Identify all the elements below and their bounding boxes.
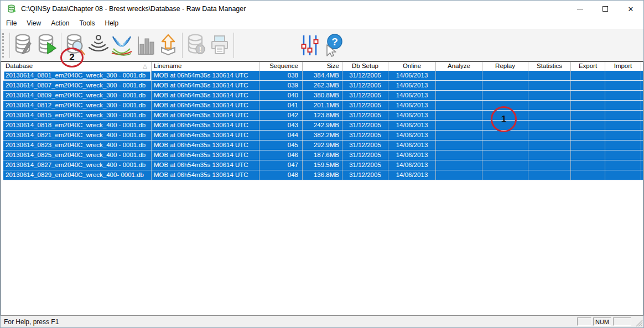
table-row[interactable]: 20130614_0801_em2040C_wreck_300 - 0001.d… (3, 71, 643, 81)
cell-import[interactable] (605, 121, 641, 130)
cell-online: 14/06/2013 (388, 150, 436, 160)
cell-statistics[interactable] (528, 101, 571, 110)
cell-analyze[interactable] (436, 140, 482, 150)
print-button[interactable] (208, 32, 231, 59)
cell-linename: MOB at 06h54m35s 130614 UTC (152, 170, 259, 180)
cell-analyze[interactable] (436, 71, 482, 80)
export-data-button[interactable] (157, 32, 180, 59)
table-row[interactable]: 20130614_0825_em2040C_wreck_400 - 0001.d… (3, 150, 643, 160)
close-button[interactable]: ✕ (618, 1, 643, 17)
database-replay-button[interactable] (35, 32, 59, 59)
column-header-linename[interactable]: Linename (152, 62, 259, 71)
table-row[interactable]: 20130614_0827_em2040C_wreck_400 - 0001.d… (3, 160, 643, 170)
cell-export[interactable] (571, 170, 605, 180)
column-header-import[interactable]: Import (605, 62, 641, 71)
menu-item[interactable]: View (22, 18, 46, 29)
cell-export[interactable] (571, 111, 605, 120)
column-header-replay[interactable]: Replay (482, 62, 528, 71)
menu-item[interactable]: Tools (75, 18, 100, 29)
table-row[interactable]: 20130614_0818_em2040C_wreck_400 - 0001.d… (3, 121, 643, 131)
column-header-export[interactable]: Export (571, 62, 605, 71)
table-row[interactable]: 20130614_0823_em2040C_wreck_400 - 0001.d… (3, 140, 643, 150)
column-header-size[interactable]: Size (303, 62, 342, 71)
cell-export[interactable] (571, 150, 605, 160)
column-header-sequence[interactable]: Sequence (259, 62, 303, 71)
cell-statistics[interactable] (528, 81, 571, 90)
table-row[interactable]: 20130614_0812_em2040C_wreck_300 - 0001.d… (3, 101, 643, 111)
table-row[interactable]: 20130614_0807_em2040C_wreck_300 - 0001.d… (3, 81, 643, 91)
column-header-statistics[interactable]: Statistics (528, 62, 571, 71)
cell-db_setup: 31/12/2005 (342, 131, 388, 140)
cell-replay[interactable] (482, 91, 528, 100)
cell-statistics[interactable] (528, 111, 571, 120)
maximize-button[interactable] (593, 1, 618, 17)
minimize-button[interactable] (567, 1, 593, 17)
cell-analyze[interactable] (436, 91, 482, 100)
table-row[interactable]: 20130614_0809_em2040C_wreck_300 - 0001.d… (3, 91, 643, 101)
cell-export[interactable] (571, 121, 605, 130)
cell-export[interactable] (571, 101, 605, 110)
cell-replay[interactable] (482, 71, 528, 80)
cell-database: 20130614_0829_em2040C_wreck_400- 0001.db (3, 170, 152, 180)
database-validate-button[interactable]: ! (185, 32, 208, 59)
column-header-db_setup[interactable]: Db Setup (342, 62, 388, 71)
cell-export[interactable] (571, 71, 605, 80)
cell-import[interactable] (605, 111, 641, 120)
column-header-analyze[interactable]: Analyze (436, 62, 482, 71)
menu-item[interactable]: Action (46, 18, 74, 29)
cell-statistics[interactable] (528, 131, 571, 140)
cell-export[interactable] (571, 140, 605, 150)
cell-analyze[interactable] (436, 170, 482, 180)
cell-import[interactable] (605, 101, 641, 110)
cell-import[interactable] (605, 81, 641, 90)
cell-import[interactable] (605, 91, 641, 100)
resize-grip-icon[interactable] (636, 320, 643, 327)
cell-statistics[interactable] (528, 71, 571, 80)
cell-import[interactable] (605, 71, 641, 80)
table-row[interactable]: 20130614_0821_em2040C_wreck_400 - 0001.d… (3, 131, 643, 140)
cell-analyze[interactable] (436, 111, 482, 120)
cell-online: 14/06/2013 (388, 121, 436, 130)
cell-import[interactable] (605, 160, 641, 170)
display-filters-button[interactable] (298, 32, 321, 59)
singlebeam-ping-button[interactable] (87, 32, 110, 59)
toolbar-gripper[interactable] (2, 33, 4, 58)
cell-export[interactable] (571, 160, 605, 170)
cell-export[interactable] (571, 91, 605, 100)
cell-analyze[interactable] (436, 121, 482, 130)
cell-linename: MOB at 06h54m35s 130614 UTC (152, 150, 259, 160)
cell-statistics[interactable] (528, 121, 571, 130)
cell-statistics[interactable] (528, 140, 571, 150)
cell-analyze[interactable] (436, 101, 482, 110)
cell-statistics[interactable] (528, 170, 571, 180)
context-help-button[interactable]: ? (321, 32, 345, 59)
cell-import[interactable] (605, 140, 641, 150)
column-header-online[interactable]: Online (388, 62, 436, 71)
cell-export[interactable] (571, 81, 605, 90)
cell-import[interactable] (605, 150, 641, 160)
multibeam-swath-icon (111, 33, 133, 58)
table-row[interactable]: 20130614_0815_em2040C_wreck_300 - 0001.d… (3, 111, 643, 121)
statistics-chart-button[interactable] (133, 32, 157, 59)
multibeam-swath-button[interactable] (110, 32, 133, 59)
cell-analyze[interactable] (436, 160, 482, 170)
cell-analyze[interactable] (436, 150, 482, 160)
menu-item[interactable]: Help (100, 18, 124, 29)
cell-analyze[interactable] (436, 131, 482, 140)
cell-replay[interactable] (482, 140, 528, 150)
cell-statistics[interactable] (528, 91, 571, 100)
cell-export[interactable] (571, 131, 605, 140)
cell-analyze[interactable] (436, 81, 482, 90)
database-edit-button[interactable] (12, 32, 35, 59)
cell-import[interactable] (605, 131, 641, 140)
cell-replay[interactable] (482, 81, 528, 90)
status-pane-num: NUM (593, 317, 611, 326)
cell-replay[interactable] (482, 150, 528, 160)
table-row[interactable]: 20130614_0829_em2040C_wreck_400- 0001.db… (3, 170, 643, 180)
cell-statistics[interactable] (528, 150, 571, 160)
cell-statistics[interactable] (528, 160, 571, 170)
cell-import[interactable] (605, 170, 641, 180)
menu-item[interactable]: File (1, 18, 22, 29)
cell-replay[interactable] (482, 160, 528, 170)
cell-replay[interactable] (482, 170, 528, 180)
